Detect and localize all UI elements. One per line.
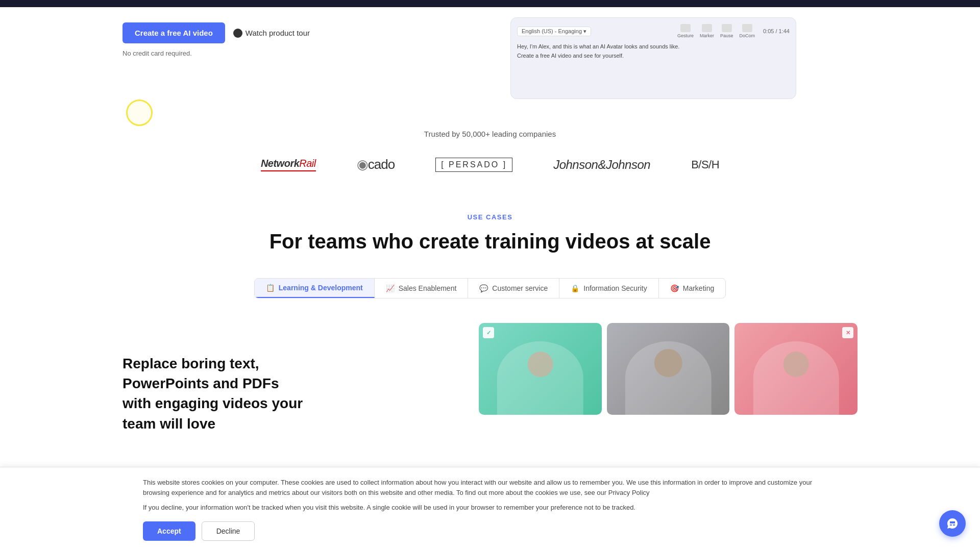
screenshot-toolbar: English (US) - Engaging ▾ Gesture Marker	[517, 24, 790, 38]
video-card-2	[607, 323, 730, 415]
customer-tab-icon: 💬	[479, 284, 488, 292]
use-cases-label: USE CASES	[122, 213, 857, 221]
content-area: Replace boring text, PowerPoints and PDF…	[122, 323, 857, 434]
top-bar	[0, 0, 980, 7]
logos-row: NetworkRail ◉cado [ PERSADO ] Johnson&Jo…	[0, 157, 980, 172]
toolbar-icons: Gesture Marker Pause DoCom	[677, 24, 755, 38]
hero-section: Create a free AI video ▶ Watch product t…	[0, 7, 980, 99]
pause-icon: Pause	[720, 24, 733, 38]
trusted-section: Trusted by 50,000+ leading companies Net…	[0, 99, 980, 193]
cookie-banner: This website stores cookies on your comp…	[0, 467, 980, 551]
trusted-label: Trusted by 50,000+ leading companies	[0, 130, 980, 138]
product-screenshot: English (US) - Engaging ▾ Gesture Marker	[510, 17, 796, 99]
marketing-tab-icon: 🎯	[670, 284, 679, 292]
johnson-johnson-logo: Johnson&Johnson	[553, 158, 650, 172]
check-badge-1: ✓	[483, 327, 494, 338]
hero-buttons: Create a free AI video ▶ Watch product t…	[122, 22, 470, 43]
sales-tab-icon: 📈	[386, 284, 395, 292]
tab-learning-development[interactable]: 📋 Learning & Development	[255, 279, 375, 298]
timecode: 0:05 / 1:44	[763, 28, 790, 34]
security-tab-label: Information Security	[583, 284, 647, 292]
tab-customer-service[interactable]: 💬 Customer service	[468, 279, 559, 298]
marketing-tab-label: Marketing	[683, 284, 714, 292]
decline-button[interactable]: Decline	[202, 521, 255, 541]
video-card-3: ✕	[734, 323, 857, 415]
content-left: Replace boring text, PowerPoints and PDF…	[122, 323, 438, 434]
accept-button[interactable]: Accept	[143, 521, 195, 541]
video-grid: ✓ ✕	[479, 323, 857, 415]
tab-information-security[interactable]: 🔒 Information Security	[559, 279, 659, 298]
persado-logo: [ PERSADO ]	[435, 158, 512, 172]
marker-icon: Marker	[700, 24, 714, 38]
avatar-1	[497, 341, 583, 415]
cookie-text-1: This website stores cookies on your comp…	[143, 478, 837, 499]
content-title: Replace boring text, PowerPoints and PDF…	[122, 354, 306, 434]
learning-tab-icon: 📋	[266, 284, 275, 292]
cookie-text-2: If you decline, your information won't b…	[143, 503, 837, 513]
chat-icon	[946, 517, 959, 530]
docom-icon: DoCom	[739, 24, 755, 38]
hero-right: English (US) - Engaging ▾ Gesture Marker	[510, 17, 857, 99]
customer-tab-label: Customer service	[492, 284, 548, 292]
x-badge: ✕	[842, 327, 853, 338]
cookie-buttons: Accept Decline	[143, 521, 837, 541]
tab-marketing[interactable]: 🎯 Marketing	[659, 279, 725, 298]
ocado-logo: ◉cado	[357, 157, 395, 172]
use-cases-tabs: 📋 Learning & Development 📈 Sales Enablem…	[254, 278, 726, 298]
networkrail-logo: NetworkRail	[261, 158, 316, 171]
bsi-logo: B/S/H	[691, 158, 719, 171]
chat-button[interactable]	[939, 510, 966, 537]
use-cases-section: USE CASES For teams who create training …	[0, 193, 980, 434]
gesture-icon: Gesture	[677, 24, 694, 38]
security-tab-icon: 🔒	[571, 284, 579, 292]
create-ai-video-button[interactable]: Create a free AI video	[122, 22, 225, 43]
video-card-1: ✓	[479, 323, 602, 415]
no-credit-text: No credit card required.	[122, 49, 470, 57]
use-cases-title: For teams who create training videos at …	[122, 229, 857, 254]
watch-product-tour-button[interactable]: ▶ Watch product tour	[233, 29, 310, 38]
hero-left: Create a free AI video ▶ Watch product t…	[122, 17, 470, 57]
avatar-3	[753, 341, 839, 415]
language-selector[interactable]: English (US) - Engaging ▾	[517, 27, 591, 36]
play-icon: ▶	[233, 29, 242, 38]
learning-tab-label: Learning & Development	[279, 284, 363, 292]
avatar-2	[625, 341, 711, 415]
tab-sales-enablement[interactable]: 📈 Sales Enablement	[375, 279, 469, 298]
screenshot-content: Hey, I'm Alex, and this is what an AI Av…	[517, 42, 790, 60]
sales-tab-label: Sales Enablement	[399, 284, 457, 292]
